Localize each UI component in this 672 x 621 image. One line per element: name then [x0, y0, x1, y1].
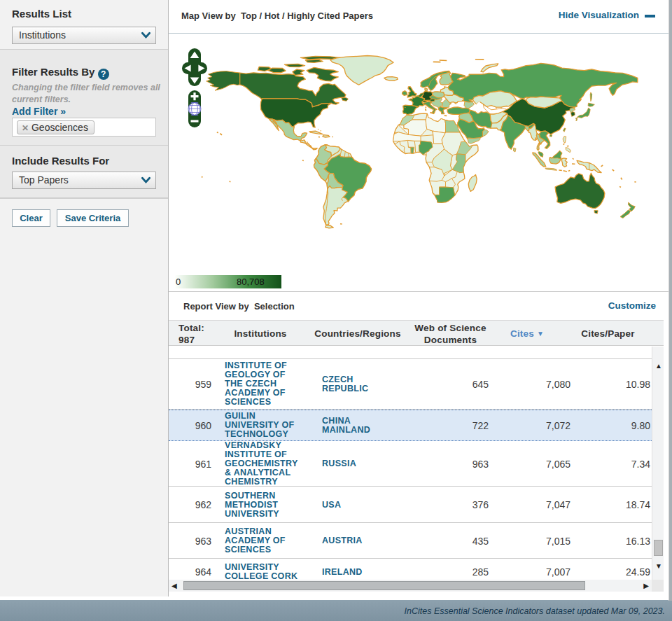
svg-text:80,708: 80,708 [237, 277, 265, 287]
svg-text:0: 0 [176, 277, 181, 287]
